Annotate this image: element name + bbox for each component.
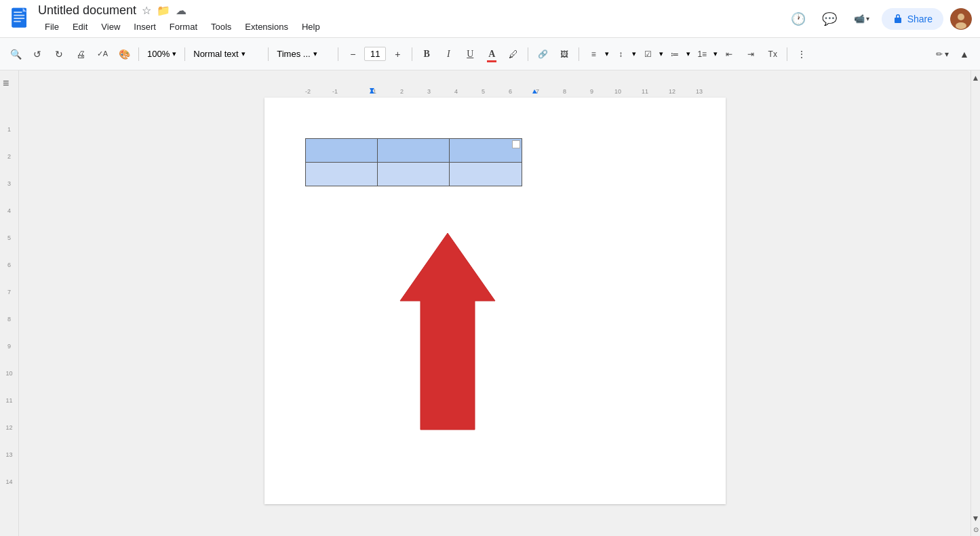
ruler-num-10: 10 bbox=[0, 369, 18, 396]
menu-extensions[interactable]: Extensions bbox=[238, 19, 295, 35]
checklist-button[interactable]: ☑ bbox=[638, 44, 658, 64]
font-size-decrease-button[interactable]: − bbox=[342, 44, 363, 64]
numbered-list-chevron[interactable]: ▾ bbox=[713, 49, 718, 58]
font-size-increase-button[interactable]: + bbox=[387, 44, 408, 64]
insert-link-button[interactable]: 🔗 bbox=[532, 44, 553, 64]
menu-insert[interactable]: Insert bbox=[127, 19, 163, 35]
clear-formatting-button[interactable]: Tx bbox=[762, 44, 783, 64]
svg-text:8: 8 bbox=[563, 88, 566, 95]
svg-text:6: 6 bbox=[509, 88, 512, 95]
user-avatar[interactable] bbox=[950, 8, 972, 30]
meet-chevron: ▾ bbox=[866, 15, 869, 22]
doc-icon bbox=[8, 7, 33, 31]
hide-toolbar-button[interactable]: ▲ bbox=[954, 44, 975, 64]
underline-button[interactable]: U bbox=[460, 44, 480, 64]
scroll-up-button[interactable]: ▲ bbox=[972, 73, 980, 83]
text-style-select[interactable]: Normal text ▾ bbox=[189, 44, 264, 64]
svg-text:11: 11 bbox=[642, 88, 648, 95]
text-color-swatch bbox=[487, 60, 496, 62]
svg-text:13: 13 bbox=[696, 88, 703, 95]
menu-tools[interactable]: Tools bbox=[204, 19, 238, 35]
meet-icon: 📹 bbox=[854, 14, 865, 24]
ruler-num-13: 13 bbox=[0, 450, 18, 477]
edit-mode-button[interactable]: ✏ ▾ bbox=[932, 44, 953, 64]
ruler-num-6: 6 bbox=[0, 260, 18, 287]
svg-marker-29 bbox=[400, 233, 495, 430]
checklist-chevron[interactable]: ▾ bbox=[659, 49, 663, 58]
undo-button[interactable]: ↺ bbox=[27, 44, 47, 64]
numbered-list-button[interactable]: 1≡ bbox=[692, 44, 712, 64]
divider-6 bbox=[528, 47, 528, 61]
doc-title[interactable]: Untitled document bbox=[38, 3, 136, 18]
comment-button[interactable]: 💬 bbox=[817, 7, 842, 31]
title-bar-left: Untitled document ☆ 📁 ☁ File Edit View I… bbox=[8, 3, 781, 35]
meet-button[interactable]: 📹 ▾ bbox=[848, 7, 875, 31]
cloud-icon[interactable]: ☁ bbox=[176, 4, 187, 17]
ruler-num-3: 3 bbox=[0, 179, 18, 206]
doc-table[interactable] bbox=[305, 138, 522, 186]
font-select[interactable]: Times ... ▾ bbox=[273, 44, 334, 64]
print-button[interactable]: 🖨 bbox=[71, 44, 91, 64]
scroll-down-button[interactable]: ▼ bbox=[972, 514, 980, 523]
h-ruler-svg: -2 -1 1 2 3 4 5 6 7 8 9 10 11 12 13 bbox=[264, 84, 726, 98]
bulleted-list-button[interactable]: ≔ bbox=[665, 44, 685, 64]
svg-text:9: 9 bbox=[590, 88, 593, 95]
svg-text:3: 3 bbox=[427, 88, 431, 95]
right-scrollbar[interactable]: ▲ ▼ ⊙ bbox=[971, 70, 980, 536]
table-cell-2-2[interactable] bbox=[377, 163, 449, 186]
table-menu-icon[interactable] bbox=[512, 140, 520, 148]
bulleted-list-chevron[interactable]: ▾ bbox=[686, 49, 690, 58]
search-button[interactable]: 🔍 bbox=[5, 44, 26, 64]
highlight-button[interactable]: 🖊 bbox=[503, 44, 524, 64]
ruler-num-9: 9 bbox=[0, 342, 18, 369]
star-icon[interactable]: ☆ bbox=[142, 4, 151, 17]
menu-format[interactable]: Format bbox=[163, 19, 204, 35]
spellcheck-button[interactable]: ✓A bbox=[92, 44, 113, 64]
doc-page[interactable] bbox=[264, 98, 726, 504]
table-row bbox=[305, 139, 522, 163]
folder-icon[interactable]: 📁 bbox=[157, 4, 170, 17]
line-spacing-button[interactable]: ↕ bbox=[610, 44, 631, 64]
scroll-corner[interactable]: ⊙ bbox=[973, 526, 979, 533]
text-color-button[interactable]: A bbox=[482, 44, 502, 64]
history-button[interactable]: 🕐 bbox=[786, 7, 810, 31]
text-style-chevron: ▾ bbox=[241, 49, 246, 58]
divider-1 bbox=[138, 47, 139, 61]
ruler-num-14: 14 bbox=[0, 477, 18, 504]
menu-help[interactable]: Help bbox=[295, 19, 327, 35]
ruler-num-7: 7 bbox=[0, 287, 18, 314]
italic-button[interactable]: I bbox=[438, 44, 458, 64]
align-button[interactable]: ≡ bbox=[583, 44, 604, 64]
insert-image-button[interactable]: 🖼 bbox=[554, 44, 574, 64]
indent-decrease-button[interactable]: ⇤ bbox=[719, 44, 739, 64]
table-cell-2-3[interactable] bbox=[450, 163, 522, 186]
table-cell-1-3[interactable] bbox=[450, 139, 522, 163]
menu-bar: File Edit View Insert Format Tools Exten… bbox=[38, 19, 327, 35]
menu-view[interactable]: View bbox=[94, 19, 127, 35]
ruler-num-1: 1 bbox=[0, 125, 18, 152]
divider-8 bbox=[787, 47, 787, 61]
table-cell-1-1[interactable] bbox=[305, 139, 377, 163]
menu-file[interactable]: File bbox=[38, 19, 66, 35]
redo-button[interactable]: ↻ bbox=[49, 44, 69, 64]
table-cell-2-1[interactable] bbox=[305, 163, 377, 186]
table-cell-1-2[interactable] bbox=[377, 139, 449, 163]
svg-point-9 bbox=[956, 22, 966, 29]
svg-text:12: 12 bbox=[669, 88, 675, 95]
svg-rect-5 bbox=[14, 20, 21, 22]
indent-increase-button[interactable]: ⇥ bbox=[741, 44, 761, 64]
menu-edit[interactable]: Edit bbox=[66, 19, 94, 35]
paint-format-button[interactable]: 🎨 bbox=[114, 44, 134, 64]
zoom-select[interactable]: 100% ▾ bbox=[143, 44, 180, 64]
line-spacing-chevron[interactable]: ▾ bbox=[632, 49, 636, 58]
more-options-button[interactable]: ⋮ bbox=[791, 44, 812, 64]
title-bar-right: 🕐 💬 📹 ▾ Share bbox=[786, 7, 972, 31]
doc-area[interactable]: -2 -1 1 2 3 4 5 6 7 8 9 10 11 12 13 bbox=[19, 70, 971, 536]
toolbar: 🔍 ↺ ↻ 🖨 ✓A 🎨 100% ▾ Normal text ▾ Times … bbox=[0, 38, 980, 70]
align-chevron[interactable]: ▾ bbox=[605, 49, 609, 58]
bold-button[interactable]: B bbox=[416, 44, 437, 64]
font-size-input[interactable] bbox=[364, 47, 386, 61]
share-button[interactable]: Share bbox=[882, 8, 943, 30]
table-row bbox=[305, 163, 522, 186]
outline-icon[interactable]: ≡ bbox=[3, 77, 9, 89]
